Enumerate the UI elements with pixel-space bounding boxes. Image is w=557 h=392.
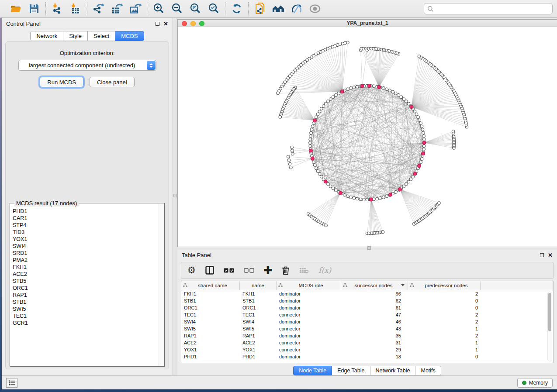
hide-details-icon[interactable] <box>291 3 303 15</box>
mcds-result-item[interactable]: FKH1 <box>12 264 158 271</box>
close-panel-icon[interactable]: ✕ <box>163 21 168 27</box>
refresh-icon[interactable] <box>231 3 243 15</box>
import-table-icon[interactable] <box>69 3 82 15</box>
column-label: successor nodes <box>347 283 400 288</box>
network-canvas[interactable] <box>178 27 557 247</box>
table-row[interactable]: SWI4SWI4dominator462 <box>181 318 547 325</box>
table-header-row: shared namenameMCDS rolesuccessor nodesp… <box>181 281 553 290</box>
mcds-result-item[interactable]: SWI5 <box>12 306 158 313</box>
cell-name: RAP1 <box>240 333 277 338</box>
cell-shared-name: TEC1 <box>181 312 240 317</box>
search-input[interactable] <box>434 6 549 12</box>
save-icon[interactable] <box>28 3 40 15</box>
table-row[interactable]: ORC1ORC1dominator610 <box>181 304 547 311</box>
tab-network-table[interactable]: Network Table <box>370 366 416 375</box>
column-type-icon <box>183 283 187 288</box>
mcds-result-item[interactable]: SWI4 <box>12 243 158 250</box>
cell-predecessor-nodes: 2 <box>408 333 481 338</box>
mcds-result-item[interactable]: SRD1 <box>12 250 158 257</box>
float-window-icon[interactable] <box>540 253 544 257</box>
cell-predecessor-nodes: 0 <box>408 305 481 310</box>
tab-style[interactable]: Style <box>63 31 88 41</box>
mcds-result-item[interactable]: PMA2 <box>12 257 158 264</box>
cell-MCDS-role: dominator <box>277 291 341 296</box>
delete-column-icon[interactable] <box>282 266 290 275</box>
splitter-handle[interactable] <box>173 194 177 197</box>
tab-mcds[interactable]: MCDS <box>115 31 144 41</box>
export-table-icon[interactable] <box>111 3 123 15</box>
mcds-result-item[interactable]: TEC1 <box>12 313 158 320</box>
open-folder-icon[interactable] <box>10 3 22 15</box>
zoom-in-icon[interactable] <box>152 3 165 15</box>
mcds-result-item[interactable]: PHD1 <box>12 208 158 215</box>
tab-select[interactable]: Select <box>88 31 115 41</box>
tab-node-table[interactable]: Node Table <box>293 366 332 375</box>
mcds-result-item[interactable]: ACE2 <box>12 271 158 278</box>
memory-button[interactable]: Memory <box>517 378 553 388</box>
network-overview-icon[interactable] <box>272 3 284 15</box>
cell-name: SWI4 <box>240 319 277 324</box>
add-column-icon[interactable]: ✚ <box>264 265 272 276</box>
export-image-icon[interactable] <box>129 3 142 15</box>
zoom-selected-icon[interactable] <box>208 3 220 15</box>
mcds-result-item[interactable]: RAP1 <box>12 292 158 299</box>
split-columns-icon[interactable] <box>205 266 214 275</box>
column-header-MCDS-role[interactable]: MCDS role <box>277 281 341 290</box>
show-details-icon[interactable] <box>309 3 321 15</box>
panel-splitter[interactable] <box>173 18 177 375</box>
table-row[interactable]: PHD1PHD1dominator180 <box>181 353 547 360</box>
tab-network[interactable]: Network <box>30 31 63 41</box>
column-header-successor-nodes[interactable]: successor nodes <box>341 281 408 290</box>
table-row[interactable]: YOX1YOX1connector291 <box>181 346 547 353</box>
cell-MCDS-role: dominator <box>277 305 341 310</box>
table-row[interactable]: RAP1RAP1dominator352 <box>181 332 547 339</box>
mcds-result-item[interactable]: STB1 <box>12 299 158 306</box>
zoom-out-icon[interactable] <box>171 3 183 15</box>
table-scrollbar-thumb[interactable] <box>548 293 551 331</box>
maximize-window-icon[interactable] <box>199 21 204 26</box>
select-all-checkboxes-icon[interactable] <box>224 268 234 273</box>
table-row[interactable]: SWI5SWI5connector431 <box>181 325 547 332</box>
zoom-fit-icon[interactable] <box>189 3 201 15</box>
task-history-button[interactable] <box>6 378 17 388</box>
close-window-icon[interactable] <box>182 21 187 26</box>
column-header-name[interactable]: name <box>240 281 277 290</box>
horizontal-splitter[interactable] <box>177 247 557 250</box>
column-header-shared-name[interactable]: shared name <box>181 281 240 290</box>
column-header-predecessor-nodes[interactable]: predecessor nodes <box>408 281 481 290</box>
import-network-icon[interactable] <box>51 3 63 15</box>
cell-shared-name: SWI5 <box>181 326 240 331</box>
table-toolbar: ⚙ ✚ f(x) <box>181 262 554 279</box>
minimize-window-icon[interactable] <box>190 21 196 26</box>
sort-desc-icon <box>401 284 405 286</box>
table-row[interactable]: FKH1FKH1dominator962 <box>181 290 547 297</box>
mcds-result-item[interactable]: STP4 <box>12 222 158 229</box>
tab-edge-table[interactable]: Edge Table <box>332 366 370 375</box>
table-row[interactable]: TEC1TEC1connector472 <box>181 311 547 318</box>
close-panel-button[interactable]: Close panel <box>90 77 135 87</box>
mcds-result-item[interactable]: YOX1 <box>12 236 158 243</box>
close-panel-icon[interactable]: ✕ <box>548 252 553 258</box>
mcds-result-item[interactable]: TID3 <box>12 229 158 236</box>
network-view[interactable] <box>178 27 557 247</box>
splitter-handle[interactable] <box>367 246 371 250</box>
export-network-icon[interactable] <box>93 3 105 15</box>
delete-table-disabled-icon <box>299 267 309 274</box>
deselect-all-checkboxes-icon[interactable] <box>244 268 254 273</box>
optimization-criterion-select[interactable]: largest connected component (undirected) <box>18 60 156 71</box>
mcds-result-item[interactable]: GCR1 <box>12 320 158 327</box>
table-row[interactable]: ACE2ACE2connector311 <box>181 339 547 346</box>
float-window-icon[interactable] <box>156 22 159 26</box>
tab-motifs[interactable]: Motifs <box>415 366 441 375</box>
mcds-result-item[interactable]: ORC1 <box>12 285 158 292</box>
settings-gear-icon[interactable]: ⚙ <box>187 265 196 275</box>
mcds-result-item[interactable]: STB5 <box>12 278 158 285</box>
control-panel-title: Control Panel <box>6 21 156 27</box>
column-type-icon <box>410 283 414 288</box>
result-list-scrollbar[interactable] <box>159 204 164 366</box>
run-mcds-button[interactable]: Run MCDS <box>40 77 83 87</box>
table-scrollbar[interactable] <box>547 292 552 361</box>
share-document-icon[interactable] <box>254 3 266 15</box>
mcds-result-item[interactable]: CAR1 <box>12 215 158 222</box>
table-row[interactable]: STB1STB1dominator620 <box>181 297 547 304</box>
